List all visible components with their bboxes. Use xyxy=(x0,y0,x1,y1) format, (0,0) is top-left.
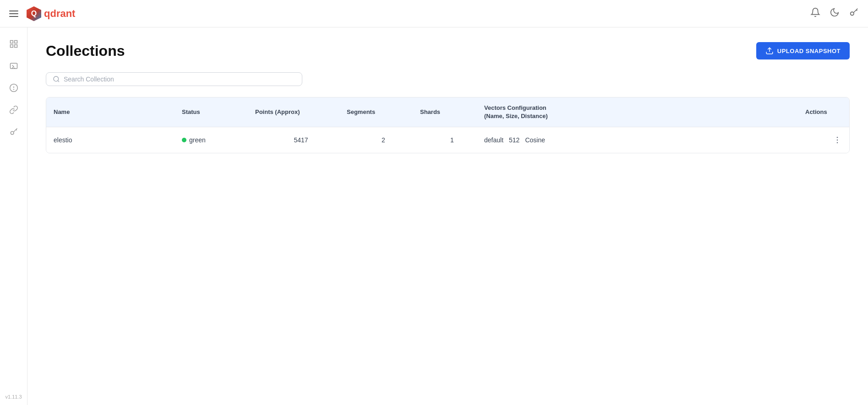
page-header: Collections UPLOAD SNAPSHOT xyxy=(46,42,850,59)
vectors-config: default 512 Cosine xyxy=(484,136,805,144)
header-name: Name xyxy=(54,108,182,116)
vector-size: 512 xyxy=(509,136,519,144)
topbar-right xyxy=(810,7,859,20)
cell-name: elestio xyxy=(54,136,182,144)
svg-text:Q: Q xyxy=(31,10,37,17)
header-shards: Shards xyxy=(420,108,484,116)
main-content: Collections UPLOAD SNAPSHOT Name xyxy=(27,27,868,405)
sidebar-item-collections[interactable] xyxy=(5,35,23,53)
header-points: Points (Approx) xyxy=(255,108,347,116)
search-input[interactable] xyxy=(64,76,295,83)
main-layout: v1.11.3 Collections UPLOAD SNAPSHOT xyxy=(0,27,868,405)
logo-icon: Q xyxy=(26,5,42,22)
bell-icon[interactable] xyxy=(810,7,820,20)
topbar: Q qdrant xyxy=(0,0,868,27)
sidebar-item-insights[interactable] xyxy=(5,79,23,97)
logo[interactable]: Q qdrant xyxy=(26,5,75,22)
table-row: elestio green 5417 2 1 default 512 Cosin… xyxy=(46,127,849,153)
upload-snapshot-button[interactable]: UPLOAD SNAPSHOT xyxy=(756,42,850,59)
svg-point-18 xyxy=(837,140,838,141)
sidebar-item-links[interactable] xyxy=(5,101,23,119)
status-dot xyxy=(182,138,186,142)
header-actions: Actions xyxy=(805,108,842,116)
cell-status: green xyxy=(182,136,255,144)
cell-segments: 2 xyxy=(347,136,420,144)
header-vectors: Vectors Configuration (Name, Size, Dista… xyxy=(484,104,805,120)
sidebar-item-console[interactable] xyxy=(5,57,23,75)
svg-point-3 xyxy=(851,12,854,15)
hamburger-menu[interactable] xyxy=(9,11,18,17)
svg-point-15 xyxy=(54,76,59,81)
cell-points: 5417 xyxy=(255,136,347,144)
page-title: Collections xyxy=(46,43,125,59)
header-status: Status xyxy=(182,108,255,116)
svg-line-16 xyxy=(58,81,59,82)
svg-point-19 xyxy=(837,142,838,144)
sidebar-item-apikeys[interactable] xyxy=(5,123,23,141)
svg-point-13 xyxy=(11,131,14,135)
upload-icon xyxy=(765,47,774,55)
search-container xyxy=(46,72,302,86)
header-segments: Segments xyxy=(347,108,420,116)
svg-rect-6 xyxy=(10,45,13,48)
sidebar: v1.11.3 xyxy=(0,27,27,405)
cell-vectors: default 512 Cosine xyxy=(484,136,805,144)
logo-text: qdrant xyxy=(44,8,75,20)
collections-table: Name Status Points (Approx) Segments Sha… xyxy=(46,97,850,153)
search-icon xyxy=(53,76,60,83)
sidebar-version: v1.11.3 xyxy=(5,394,22,400)
svg-rect-7 xyxy=(14,45,17,48)
svg-rect-8 xyxy=(10,63,17,69)
table-header: Name Status Points (Approx) Segments Sha… xyxy=(46,97,849,127)
topbar-left: Q qdrant xyxy=(9,5,75,22)
vector-name: default xyxy=(484,136,503,144)
dark-mode-icon[interactable] xyxy=(830,7,840,20)
svg-rect-5 xyxy=(14,41,17,43)
api-key-icon[interactable] xyxy=(849,7,859,20)
status-text: green xyxy=(189,136,206,144)
cell-shards: 1 xyxy=(420,136,484,144)
vector-distance: Cosine xyxy=(525,136,545,144)
cell-actions xyxy=(805,135,842,145)
row-actions-button[interactable] xyxy=(805,135,842,145)
svg-rect-4 xyxy=(10,41,13,43)
svg-point-12 xyxy=(13,89,14,90)
status-badge: green xyxy=(182,136,255,144)
svg-point-17 xyxy=(837,137,838,138)
